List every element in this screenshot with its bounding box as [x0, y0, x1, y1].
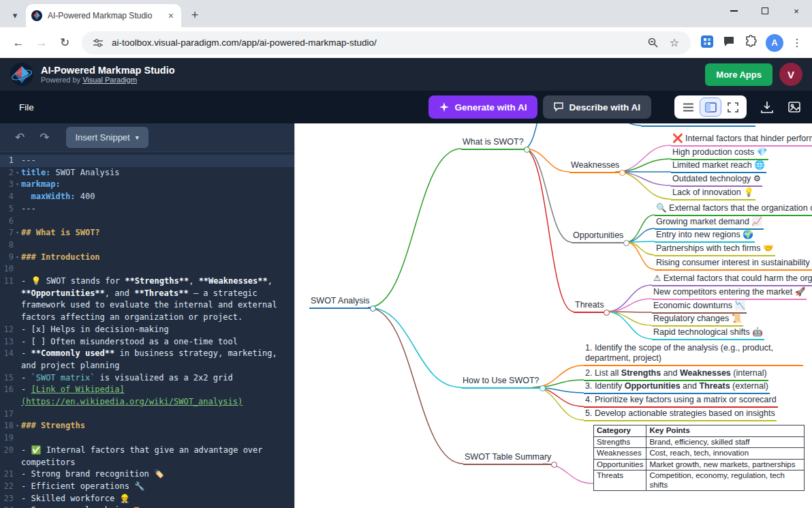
editor-line[interactable]: 13- [ ] Often misunderstood as a one-tim… — [0, 336, 294, 348]
visual-paradigm-link[interactable]: Visual Paradigm — [82, 76, 137, 84]
map-node-how-4[interactable]: 4. Prioritize key factors using a matrix… — [584, 395, 778, 408]
map-node-opp-4[interactable]: Partnerships with tech firms 🤝 — [655, 243, 775, 256]
url-text[interactable]: ai-toolbox.visual-paradigm.com/app/ai-po… — [112, 38, 639, 48]
map-node-table-summary[interactable]: SWOT Table Summary — [463, 452, 552, 465]
window-minimize-button[interactable] — [718, 0, 749, 22]
editor-line[interactable]: 17 — [0, 408, 294, 421]
map-node-how-2[interactable]: 2. List all Strengths and Weaknesses (in… — [584, 368, 768, 381]
fold-chevron-icon[interactable]: ▾ — [14, 252, 21, 264]
map-node-weak-5[interactable]: Lack of innovation 💡 — [671, 188, 755, 200]
map-node-weak-4[interactable]: Outdated technology ⚙ — [671, 174, 762, 187]
editor-line[interactable]: 23- Skilled workforce 👷 — [0, 493, 294, 505]
map-node-how-1[interactable]: 1. Identify the scope of the analysis (e… — [584, 343, 803, 366]
map-node-how-3[interactable]: 3. Identify Opportunities and Threats (e… — [584, 381, 770, 394]
map-node-thr-1[interactable]: ⚠ External factors that could harm the o… — [652, 273, 812, 286]
editor-line-text — [21, 215, 294, 228]
map-node-how-to-use[interactable]: How to Use SWOT? — [461, 376, 541, 389]
extensions-puzzle-icon[interactable] — [744, 35, 758, 51]
editor-line[interactable]: 22- Efficient operations 🔧 — [0, 481, 294, 493]
code-token: - Secure supply chain 🚚 — [21, 505, 140, 508]
editor-line[interactable]: 24- Secure supply chain 🚚 — [0, 505, 294, 508]
editor-line[interactable]: 20- ✅ Internal factors that give an adva… — [0, 445, 294, 468]
editor-line[interactable]: 5--- — [0, 203, 294, 215]
browser-menu-icon[interactable]: ⋮ — [792, 36, 802, 49]
editor-line[interactable]: 9▾### Introduction — [0, 252, 294, 264]
map-node-opp-2[interactable]: Growing market demand 📈 — [655, 217, 764, 230]
map-node-what-is-swot[interactable]: What is SWOT? — [461, 137, 525, 150]
map-node-opp-1[interactable]: 🔍 External factors that the organization… — [655, 203, 812, 216]
editor-line-text: - Efficient operations 🔧 — [21, 481, 294, 493]
editor-line[interactable]: 6 — [0, 215, 294, 228]
editor-line[interactable]: 19 — [0, 432, 294, 445]
generate-with-ai-button[interactable]: Generate with AI — [428, 95, 537, 119]
reload-icon[interactable]: ↻ — [54, 33, 75, 53]
editor-line[interactable]: 12- [x] Helps in decision-making — [0, 324, 294, 336]
map-node-root[interactable]: SWOT Analysis — [309, 296, 371, 309]
window-maximize-button[interactable] — [749, 0, 781, 22]
map-node-how-5[interactable]: 5. Develop actionable strategies based o… — [584, 408, 777, 421]
app-header: AI-Powered Markmap Studio Powered by Vis… — [0, 58, 812, 91]
editor-line[interactable]: 4 maxWidth: 400 — [0, 191, 294, 203]
browser-tab[interactable]: AI-Powered Markmap Studio × — [26, 4, 181, 27]
bookmark-star-icon[interactable]: ☆ — [666, 36, 683, 49]
window-close-button[interactable]: × — [781, 0, 812, 22]
editor-line[interactable]: 2▾title: SWOT Analysis — [0, 167, 294, 179]
map-node-opp-5[interactable]: Rising consumer interest in sustainabili… — [655, 258, 812, 271]
map-node-weak-2[interactable]: High production costs 💎 — [671, 147, 768, 160]
map-node-opp-3[interactable]: Entry into new regions 🌍 — [655, 230, 755, 243]
download-icon[interactable] — [760, 100, 774, 114]
editor-line[interactable]: 16- [Link of Wikipedia](https://en.wikip… — [0, 384, 294, 408]
tab-close-icon[interactable]: × — [166, 10, 176, 21]
code-editor[interactable]: 1---2▾title: SWOT Analysis3▾markmap:4 ma… — [0, 152, 294, 508]
undo-icon[interactable]: ↶ — [10, 128, 30, 147]
editor-line[interactable]: 7▾## What is SWOT? — [0, 227, 294, 239]
map-node-thr-5[interactable]: Rapid technological shifts 🤖 — [652, 327, 764, 340]
map-node-weaknesses[interactable]: Weaknesses — [569, 160, 621, 173]
file-menu-button[interactable]: File — [11, 97, 42, 118]
describe-with-ai-button[interactable]: Describe with AI — [543, 95, 651, 119]
new-tab-button[interactable]: + — [185, 5, 204, 25]
chat-bubble-icon[interactable] — [722, 35, 736, 51]
fold-chevron-icon[interactable]: ▾ — [14, 167, 21, 179]
export-image-icon[interactable] — [787, 100, 801, 114]
map-node-opportunities[interactable]: Opportunities — [572, 230, 625, 243]
map-node-thr-2[interactable]: New competitors entering the market 🚀 — [652, 287, 807, 300]
fold-chevron-icon[interactable]: ▾ — [14, 179, 21, 191]
fold-chevron-icon[interactable]: ▾ — [14, 227, 21, 239]
omnibox[interactable]: ai-toolbox.visual-paradigm.com/app/ai-po… — [82, 31, 691, 55]
fold-chevron-icon[interactable]: ▾ — [14, 420, 21, 432]
split-view-icon[interactable] — [700, 98, 721, 116]
insert-snippet-button[interactable]: Insert Snippet ▾ — [66, 127, 149, 148]
map-node-thr-4[interactable]: Regulatory changes 📜 — [652, 314, 743, 327]
editor-line[interactable]: 10 — [0, 263, 294, 275]
zoom-indicator-icon[interactable] — [644, 37, 661, 48]
tab-search-button[interactable]: ▾ — [5, 5, 25, 25]
editor-line[interactable]: 21- Strong brand recognition 🏷️ — [0, 468, 294, 481]
map-node-threats[interactable]: Threats — [574, 300, 605, 313]
extension-action-icon[interactable] — [700, 35, 714, 51]
back-icon[interactable]: ← — [8, 33, 29, 53]
browser-action-icons: A ⋮ — [700, 34, 802, 52]
map-node-weak-3[interactable]: Limited market reach 🌐 — [671, 160, 766, 173]
editor-only-view-icon[interactable] — [678, 98, 698, 116]
editor-line[interactable]: 15- `SWOT matrix` is visualized as a 2x2… — [0, 372, 294, 385]
editor-line[interactable]: 8 — [0, 239, 294, 252]
editor-line[interactable]: 11- 💡 SWOT stands for **Strengths**, **W… — [0, 275, 294, 324]
editor-line[interactable]: 18▾### Strengths — [0, 420, 294, 432]
site-settings-icon[interactable] — [90, 38, 106, 48]
profile-avatar[interactable]: A — [766, 34, 783, 52]
map-node-weak-1[interactable]: ❌ Internal factors that hinder performan… — [671, 134, 812, 147]
editor-line[interactable]: 3▾markmap: — [0, 179, 294, 191]
redo-icon[interactable]: ↷ — [34, 128, 54, 147]
markmap-canvas[interactable]: SWOT AnalysisWhat is SWOT?Secure supply … — [294, 123, 812, 508]
forward-icon[interactable]: → — [31, 33, 52, 53]
map-node-secure-supply-chain[interactable]: Secure supply chain 🚚 — [641, 123, 755, 127]
fullscreen-view-icon[interactable] — [723, 98, 743, 116]
map-node-thr-3[interactable]: Economic downturns 📉 — [652, 301, 747, 314]
account-avatar[interactable]: V — [779, 63, 802, 86]
fold-gutter-spacer — [14, 372, 21, 385]
editor-line[interactable]: 1--- — [0, 155, 294, 167]
swot-summary-table[interactable]: CategoryKey PointsStrengthsBrand, effici… — [593, 425, 805, 491]
editor-line[interactable]: 14- **Commonly used** in business strate… — [0, 348, 294, 372]
more-apps-button[interactable]: More Apps — [705, 63, 772, 86]
